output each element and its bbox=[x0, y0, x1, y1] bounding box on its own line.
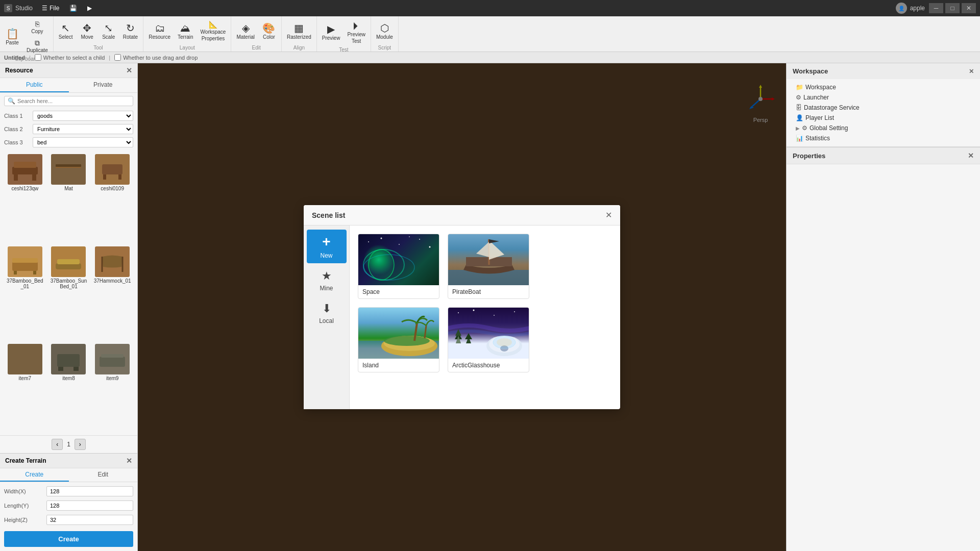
resource-tabs: Public Private bbox=[0, 78, 137, 93]
scene-thumb-arctic bbox=[448, 308, 529, 359]
terrain-panel-close[interactable]: ✕ bbox=[126, 457, 132, 465]
tree-item-statistics[interactable]: 📊 Statistics bbox=[793, 133, 974, 143]
tree-item-launcher[interactable]: ⚙ Launcher bbox=[793, 92, 974, 103]
svg-rect-12 bbox=[33, 271, 36, 274]
rotate-button[interactable]: ↻ Rotate bbox=[120, 21, 141, 42]
close-button[interactable]: ✕ bbox=[962, 3, 976, 13]
minimize-button[interactable]: ─ bbox=[929, 3, 943, 13]
scene-card-pirateboat[interactable]: PirateBoat bbox=[448, 234, 529, 299]
prev-page-button[interactable]: ‹ bbox=[52, 439, 63, 450]
move-icon: ✥ bbox=[83, 23, 91, 33]
class2-select[interactable]: Furniture Decoration bbox=[33, 124, 133, 134]
properties-header: Properties ✕ bbox=[787, 147, 980, 164]
resource-button[interactable]: 🗂 Resource bbox=[145, 21, 174, 42]
preview-test-button[interactable]: ⏵ Preview Test bbox=[344, 18, 369, 46]
next-page-button[interactable]: › bbox=[75, 439, 86, 450]
tab-edit[interactable]: Edit bbox=[69, 468, 138, 482]
scene-nav-mine-label: Mine bbox=[320, 285, 333, 292]
preview-button[interactable]: ▶ Preview bbox=[319, 22, 344, 43]
class3-label: Class 3 bbox=[4, 139, 30, 145]
svg-rect-17 bbox=[57, 354, 80, 367]
file-menu[interactable]: ☰ File bbox=[37, 3, 64, 14]
paste-icon: 📋 bbox=[6, 29, 19, 39]
tab-create[interactable]: Create bbox=[0, 468, 69, 482]
material-button[interactable]: ◈ Material bbox=[233, 21, 258, 42]
scene-nav-local[interactable]: ⬇ Local bbox=[307, 298, 347, 329]
modal-close-button[interactable]: ✕ bbox=[605, 210, 612, 220]
resource-thumb bbox=[95, 344, 130, 374]
scene-card-island[interactable]: Island bbox=[358, 307, 439, 372]
class1-select[interactable]: goods scene character bbox=[33, 111, 133, 121]
length-input[interactable] bbox=[46, 500, 133, 511]
terrain-form: Width(X) Length(Y) Height(Z) Create bbox=[0, 482, 137, 551]
list-item[interactable]: 37Hammock_01 bbox=[91, 244, 133, 340]
list-item[interactable]: 37Bamboo_SunBed_01 bbox=[48, 244, 90, 340]
drag-drop-checkbox[interactable] bbox=[114, 54, 121, 61]
run-button[interactable]: ▶ bbox=[82, 3, 97, 14]
space-svg bbox=[358, 234, 439, 285]
scene-card-arcticglasshouse[interactable]: ArcticGlasshouse bbox=[448, 307, 529, 372]
resource-name: 37Bamboo_Bed_01 bbox=[6, 278, 44, 289]
copy-button[interactable]: ⎘ Copy bbox=[23, 18, 51, 36]
list-item[interactable]: item7 bbox=[4, 342, 46, 432]
resource-panel-header: Resource ✕ bbox=[0, 63, 137, 78]
scene-card-space[interactable]: Space bbox=[358, 234, 439, 299]
list-item[interactable]: ceshi0109 bbox=[91, 152, 133, 242]
terrain-button[interactable]: ⛰ Terrain bbox=[175, 21, 197, 42]
scene-thumb-space bbox=[358, 234, 439, 285]
workspace-close-icon[interactable]: ✕ bbox=[969, 68, 974, 75]
tabbar: Untitled | Whether to select a child | W… bbox=[0, 52, 980, 63]
class3-select[interactable]: bed chair bbox=[33, 137, 133, 147]
app-title: Studio bbox=[15, 5, 33, 12]
duplicate-button[interactable]: ⧉ Duplicate bbox=[23, 37, 51, 55]
width-input[interactable] bbox=[46, 486, 133, 496]
resource-panel-close[interactable]: ✕ bbox=[126, 66, 132, 74]
list-item[interactable]: item8 bbox=[48, 342, 90, 432]
resource-name: item9 bbox=[106, 375, 118, 381]
class1-label: Class 1 bbox=[4, 113, 30, 119]
save-button[interactable]: 💾 bbox=[64, 3, 82, 14]
tree-item-globalsetting[interactable]: ▶ ⚙ Global Setting bbox=[793, 123, 974, 133]
material-icon: ◈ bbox=[242, 23, 250, 33]
color-button[interactable]: 🎨 Color bbox=[259, 21, 279, 42]
create-terrain-button[interactable]: Create bbox=[4, 531, 133, 547]
height-input[interactable] bbox=[46, 515, 133, 525]
search-input[interactable] bbox=[17, 98, 130, 104]
tab-private[interactable]: Private bbox=[69, 78, 138, 92]
scene-nav-new[interactable]: + New bbox=[307, 230, 347, 263]
tab-public[interactable]: Public bbox=[0, 78, 69, 92]
modal-title: Scene list bbox=[312, 211, 345, 219]
height-row: Height(Z) bbox=[4, 515, 133, 525]
select-button[interactable]: ↖ Select bbox=[56, 21, 76, 42]
resource-thumb bbox=[8, 344, 42, 374]
tree-item-workspace[interactable]: 📁 Workspace bbox=[793, 82, 974, 92]
svg-point-44 bbox=[384, 336, 430, 346]
scene-modal: Scene list ✕ + New ★ Mine bbox=[304, 205, 620, 409]
globalsetting-tree-label: Global Setting bbox=[810, 124, 848, 132]
select-icon: ↖ bbox=[61, 23, 70, 33]
statistics-tree-label: Statistics bbox=[805, 135, 830, 142]
workspace-section-header[interactable]: Workspace ✕ bbox=[787, 63, 980, 79]
workspace-properties-button[interactable]: 📐 Workspace Properties bbox=[198, 19, 229, 43]
scale-button[interactable]: ⤡ Scale bbox=[99, 21, 119, 42]
scale-icon: ⤡ bbox=[104, 23, 113, 33]
list-item[interactable]: Mat bbox=[48, 152, 90, 242]
breadcrumb-item2[interactable]: Whether to use drag and drop bbox=[114, 54, 198, 61]
rasterized-button[interactable]: ▦ Rasterized bbox=[284, 21, 314, 42]
list-item[interactable]: 37Bamboo_Bed_01 bbox=[4, 244, 46, 340]
properties-close-button[interactable]: ✕ bbox=[968, 152, 974, 160]
list-item[interactable]: ceshi123qw bbox=[4, 152, 46, 242]
tree-item-datastorage[interactable]: 🗄 Datastorage Service bbox=[793, 103, 974, 113]
module-button[interactable]: ⬡ Module bbox=[373, 21, 396, 42]
scene-nav-mine[interactable]: ★ Mine bbox=[307, 265, 347, 296]
rotate-icon: ↻ bbox=[126, 23, 135, 33]
arctic-svg bbox=[448, 308, 529, 359]
move-button[interactable]: ✥ Move bbox=[77, 21, 97, 42]
terrain-panel-title: Create Terrain bbox=[5, 457, 46, 464]
maximize-button[interactable]: □ bbox=[945, 3, 960, 13]
paste-button[interactable]: 📋 Paste bbox=[2, 27, 22, 47]
workspace-section: Workspace ✕ 📁 Workspace ⚙ Launcher 🗄 Dat… bbox=[787, 63, 980, 147]
tree-item-playerlist[interactable]: 👤 Player List bbox=[793, 113, 974, 123]
preview-icon: ▶ bbox=[327, 24, 335, 34]
list-item[interactable]: item9 bbox=[91, 342, 133, 432]
